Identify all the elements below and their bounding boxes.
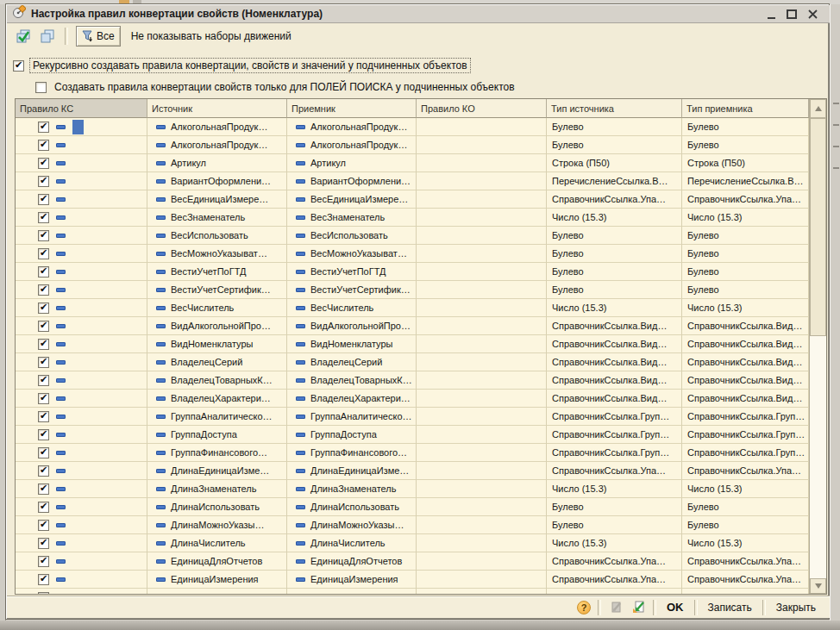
rule-ko-cell[interactable] <box>417 335 547 353</box>
rule-ko-cell[interactable] <box>417 263 547 281</box>
write-and-go-icon[interactable] <box>630 600 646 614</box>
row-checkbox[interactable] <box>38 538 49 549</box>
header-source[interactable]: Источник <box>147 99 287 118</box>
source-type-cell[interactable] <box>547 589 682 595</box>
receiver-type-cell[interactable]: СправочникСсылка.Упа… <box>682 462 809 480</box>
rule-ks-cell[interactable] <box>16 390 147 408</box>
source-cell[interactable]: ВесЗнаменатель <box>147 209 287 227</box>
source-type-cell[interactable]: СправочникСсылка.Груп… <box>547 444 682 462</box>
row-checkbox[interactable] <box>38 303 49 314</box>
minimize-button[interactable] <box>768 9 775 19</box>
rule-ks-cell[interactable] <box>16 335 147 353</box>
rule-ks-cell[interactable] <box>16 552 147 571</box>
row-checkbox[interactable] <box>38 339 49 350</box>
source-cell[interactable]: ВариантОформлени… <box>147 172 287 190</box>
source-type-cell[interactable]: СправочникСсылка.Груп… <box>547 426 682 444</box>
rule-ks-cell[interactable] <box>16 299 147 317</box>
rule-ko-cell[interactable] <box>417 480 547 498</box>
vertical-scrollbar[interactable] <box>809 99 826 594</box>
rule-ko-cell[interactable] <box>417 534 547 552</box>
recursive-checkbox[interactable] <box>13 60 24 72</box>
scrollbar-thumb[interactable] <box>810 118 826 336</box>
rule-ko-cell[interactable] <box>417 390 547 408</box>
receiver-type-cell[interactable]: Булево <box>682 227 809 245</box>
rule-ks-cell[interactable] <box>16 245 147 263</box>
source-cell[interactable]: ДлинаИспользовать <box>147 498 287 516</box>
receiver-type-cell[interactable]: Число (15.3) <box>682 209 809 227</box>
row-checkbox[interactable] <box>38 321 49 332</box>
receiver-cell[interactable]: ВесЕдиницаИзмере… <box>287 190 417 209</box>
receiver-cell[interactable] <box>287 589 417 595</box>
rule-ks-cell[interactable] <box>16 408 147 426</box>
receiver-cell[interactable]: ДлинаМожноУказы… <box>287 516 417 534</box>
receiver-type-cell[interactable] <box>682 589 809 595</box>
source-type-cell[interactable]: СправочникСсылка.Вид… <box>547 371 682 390</box>
rule-ks-cell[interactable] <box>16 534 147 552</box>
receiver-type-cell[interactable]: Булево <box>682 498 809 516</box>
scroll-down-button[interactable] <box>810 578 826 594</box>
rule-ko-cell[interactable] <box>417 136 547 154</box>
source-cell[interactable]: ГруппаАналитическо… <box>147 408 287 426</box>
rule-ks-cell[interactable] <box>16 571 147 589</box>
source-type-cell[interactable]: СправочникСсылка.Упа… <box>547 571 682 589</box>
row-checkbox[interactable] <box>38 375 49 386</box>
receiver-type-cell[interactable]: Число (15.3) <box>682 534 809 552</box>
rule-ks-cell[interactable] <box>16 154 147 172</box>
row-checkbox[interactable] <box>38 483 49 495</box>
rule-ks-cell[interactable] <box>16 480 147 498</box>
receiver-type-cell[interactable]: СправочникСсылка.Вид… <box>682 371 809 390</box>
receiver-cell[interactable]: ВесИспользовать <box>287 227 417 245</box>
rule-ko-cell[interactable] <box>417 118 547 136</box>
close-dialog-button[interactable]: Закрыть <box>773 602 819 614</box>
maximize-button[interactable] <box>787 9 797 19</box>
receiver-type-cell[interactable]: Строка (П50) <box>682 154 809 172</box>
row-checkbox[interactable] <box>38 520 49 531</box>
rule-ks-cell[interactable] <box>16 444 147 462</box>
filter-all-button[interactable]: Все <box>76 26 121 47</box>
search-fields-only-checkbox[interactable] <box>35 82 47 93</box>
receiver-type-cell[interactable]: Булево <box>682 136 809 154</box>
header-source-type[interactable]: Тип источника <box>547 99 682 118</box>
row-checkbox[interactable] <box>38 465 49 477</box>
row-checkbox[interactable] <box>38 556 49 567</box>
rule-ko-cell[interactable] <box>417 444 547 462</box>
rule-ks-cell[interactable] <box>16 172 147 190</box>
header-receiver-type[interactable]: Тип приемника <box>682 99 809 118</box>
source-cell[interactable] <box>147 589 287 595</box>
row-checkbox[interactable] <box>38 574 49 585</box>
receiver-type-cell[interactable]: Булево <box>682 263 809 281</box>
row-checkbox[interactable] <box>38 284 49 296</box>
source-type-cell[interactable]: Число (15.3) <box>547 209 682 227</box>
source-cell[interactable]: ДлинаЕдиницаИзме… <box>147 462 287 480</box>
ok-button[interactable]: OK <box>663 601 687 614</box>
receiver-cell[interactable]: ВесЗнаменатель <box>287 209 417 227</box>
rule-ko-cell[interactable] <box>417 552 547 571</box>
receiver-cell[interactable]: ВестиУчетПоГТД <box>287 263 417 281</box>
rule-ko-cell[interactable] <box>417 227 547 245</box>
row-checkbox[interactable] <box>38 592 49 596</box>
receiver-cell[interactable]: ДлинаЧислитель <box>287 534 417 552</box>
rule-ko-cell[interactable] <box>417 408 547 426</box>
row-checkbox[interactable] <box>38 212 49 223</box>
rule-ko-cell[interactable] <box>417 371 547 390</box>
header-receiver[interactable]: Приемник <box>287 99 417 118</box>
uncheck-all-records-icon[interactable] <box>38 28 57 45</box>
receiver-type-cell[interactable]: СправочникСсылка.Упа… <box>682 552 809 571</box>
rule-ko-cell[interactable] <box>417 589 547 595</box>
source-cell[interactable]: ВесМожноУказыват… <box>147 245 287 263</box>
row-checkbox[interactable] <box>38 176 49 187</box>
check-all-records-icon[interactable] <box>14 28 33 45</box>
receiver-type-cell[interactable]: Число (15.3) <box>682 480 809 498</box>
source-cell[interactable]: ГруппаДоступа <box>147 426 287 444</box>
receiver-cell[interactable]: ВладелецХарактери… <box>287 390 417 408</box>
rule-ko-cell[interactable] <box>417 516 547 534</box>
receiver-cell[interactable]: ВладелецТоварныхК… <box>287 371 417 390</box>
rule-ko-cell[interactable] <box>417 209 547 227</box>
receiver-cell[interactable]: АлкогольнаяПродук… <box>287 136 417 154</box>
rule-ko-cell[interactable] <box>417 462 547 480</box>
source-cell[interactable]: ЕдиницаДляОтчетов <box>147 552 287 571</box>
scroll-up-button[interactable] <box>810 99 826 118</box>
header-rule-ks[interactable]: Правило КС <box>16 99 147 118</box>
rule-ks-cell[interactable] <box>16 227 147 245</box>
row-checkbox[interactable] <box>38 411 49 422</box>
